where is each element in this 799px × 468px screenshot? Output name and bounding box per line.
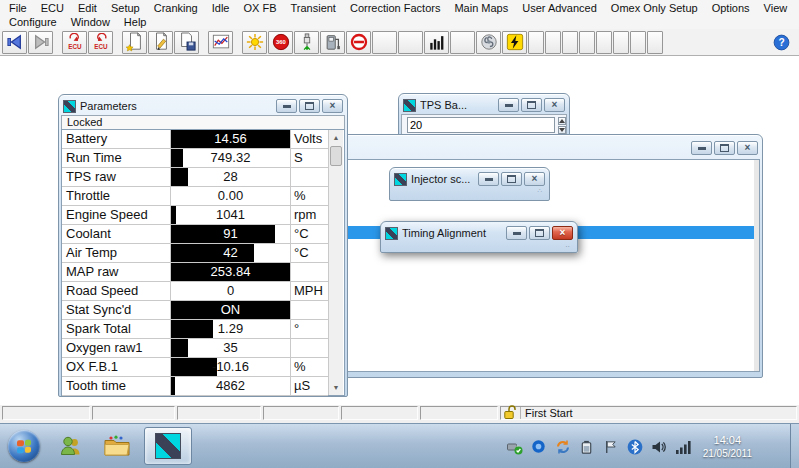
locked-menu[interactable]: Locked bbox=[61, 115, 345, 129]
close-button[interactable]: × bbox=[552, 226, 573, 240]
menu-item-ox-fb[interactable]: OX FB bbox=[236, 2, 283, 14]
menu-item-help[interactable]: Help bbox=[117, 16, 154, 28]
minimize-button[interactable] bbox=[478, 172, 499, 186]
rev-limit-button[interactable]: 360 bbox=[268, 31, 293, 54]
menu-item-view[interactable]: View bbox=[757, 2, 795, 14]
spark-plug-button[interactable] bbox=[294, 31, 319, 54]
stepper-up-button[interactable] bbox=[558, 117, 566, 125]
media-tray-icon[interactable] bbox=[531, 439, 547, 455]
show-desktop-button[interactable] bbox=[790, 424, 799, 468]
map-window-titlebar[interactable]: × bbox=[344, 137, 760, 159]
scroll-thumb[interactable] bbox=[330, 146, 342, 166]
fuel-pump-button[interactable] bbox=[320, 31, 345, 54]
menu-item-ecu[interactable]: ECU bbox=[34, 2, 71, 14]
menu-item-idle[interactable]: Idle bbox=[205, 2, 237, 14]
usb-eject-tray-icon[interactable] bbox=[507, 439, 523, 455]
minimize-button[interactable] bbox=[498, 98, 519, 112]
power-button[interactable] bbox=[502, 31, 527, 54]
parameter-row[interactable]: Engine Speed1041rpm bbox=[62, 206, 328, 225]
help-button[interactable]: ? bbox=[770, 33, 792, 53]
menu-item-templates[interactable]: Templates bbox=[794, 2, 799, 14]
menu-item-edit[interactable]: Edit bbox=[71, 2, 104, 14]
parameter-row[interactable]: OX F.B.1-10.16% bbox=[62, 358, 328, 377]
parameter-row[interactable]: Spark Total1.29° bbox=[62, 320, 328, 339]
back-button[interactable] bbox=[2, 31, 27, 54]
maximize-button[interactable] bbox=[529, 226, 550, 240]
parameter-row[interactable]: MAP raw253.84 bbox=[62, 263, 328, 282]
bluetooth-tray-icon[interactable] bbox=[627, 439, 643, 455]
network-tray-icon[interactable] bbox=[675, 439, 691, 455]
parameter-label: MAP raw bbox=[62, 263, 171, 281]
tps-min-input[interactable] bbox=[407, 117, 555, 133]
taskbar-clock[interactable]: 14:04 21/05/2011 bbox=[703, 434, 752, 460]
parameter-row[interactable]: Battery14.56Volts bbox=[62, 130, 328, 149]
status-cell bbox=[177, 406, 261, 420]
parameter-row[interactable]: Throttle0.00% bbox=[62, 187, 328, 206]
status-cell bbox=[263, 406, 339, 420]
scroll-up-button[interactable]: ▲ bbox=[329, 130, 343, 145]
menu-item-setup[interactable]: Setup bbox=[104, 2, 147, 14]
save-file-button[interactable] bbox=[174, 31, 199, 54]
maximize-button[interactable] bbox=[521, 98, 542, 112]
maximize-button[interactable] bbox=[299, 99, 320, 113]
minimize-button[interactable] bbox=[691, 141, 712, 155]
parameter-row[interactable]: Tooth time4862µS bbox=[62, 377, 328, 396]
sync-tray-icon[interactable] bbox=[555, 439, 571, 455]
send-to-ecu-button[interactable]: ECU bbox=[88, 31, 113, 54]
close-button[interactable]: × bbox=[544, 98, 565, 112]
timing-window-titlebar[interactable]: Timing Alignment × bbox=[383, 224, 575, 242]
parameter-row[interactable]: Stat Sync'dON bbox=[62, 301, 328, 320]
fan-button[interactable] bbox=[476, 31, 501, 54]
menu-item-options[interactable]: Options bbox=[705, 2, 757, 14]
maximize-button[interactable] bbox=[714, 141, 735, 155]
ignition-button[interactable] bbox=[242, 31, 267, 54]
minimize-button[interactable] bbox=[276, 99, 297, 113]
menu-item-file[interactable]: File bbox=[2, 2, 34, 14]
status-cell bbox=[341, 406, 418, 420]
parameter-value-cell: 91 bbox=[171, 225, 291, 243]
receive-from-ecu-button[interactable]: ECU bbox=[62, 31, 87, 54]
close-button[interactable]: × bbox=[322, 99, 343, 113]
close-button[interactable]: × bbox=[737, 141, 758, 155]
menu-item-user-advanced[interactable]: User Advanced bbox=[515, 2, 604, 14]
menu-item-cranking[interactable]: Cranking bbox=[147, 2, 205, 14]
tps-window-titlebar[interactable]: TPS Ba... × bbox=[401, 96, 567, 114]
omex-taskbar-button[interactable] bbox=[144, 427, 192, 465]
parameter-row[interactable]: Air Temp42°C bbox=[62, 244, 328, 263]
resize-grip[interactable]: ‥ bbox=[383, 242, 575, 248]
histogram-button[interactable] bbox=[424, 31, 449, 54]
svg-text:360: 360 bbox=[276, 39, 287, 45]
menu-item-main-maps[interactable]: Main Maps bbox=[447, 2, 515, 14]
menu-item-transient[interactable]: Transient bbox=[283, 2, 342, 14]
edit-file-button[interactable] bbox=[148, 31, 173, 54]
scrollbar[interactable] bbox=[754, 160, 759, 371]
injector-window-titlebar[interactable]: Injector sc... × bbox=[392, 170, 547, 188]
map-chart-button[interactable] bbox=[208, 31, 233, 54]
vertical-scrollbar[interactable]: ▲ ▼ bbox=[328, 130, 343, 395]
volume-tray-icon[interactable] bbox=[651, 439, 667, 455]
start-button[interactable] bbox=[8, 430, 40, 462]
resize-grip[interactable]: ∴ bbox=[392, 188, 547, 194]
parameter-row[interactable]: Coolant91°C bbox=[62, 225, 328, 244]
parameters-window-titlebar[interactable]: Parameters × bbox=[61, 97, 345, 115]
cut-off-button[interactable] bbox=[346, 31, 371, 54]
scroll-down-button[interactable]: ▼ bbox=[329, 380, 343, 395]
menu-item-window[interactable]: Window bbox=[64, 16, 117, 28]
minimize-button[interactable] bbox=[506, 226, 527, 240]
battery-tray-icon[interactable] bbox=[579, 439, 595, 455]
menu-item-omex-only-setup[interactable]: Omex Only Setup bbox=[604, 2, 705, 14]
parameter-row[interactable]: Run Time749.32S bbox=[62, 149, 328, 168]
parameter-row[interactable]: Road Speed0MPH bbox=[62, 282, 328, 301]
maximize-button[interactable] bbox=[501, 172, 522, 186]
parameter-label: Throttle bbox=[62, 187, 171, 205]
menu-item-configure[interactable]: Configure bbox=[2, 16, 64, 28]
action-flag-tray-icon[interactable] bbox=[603, 439, 619, 455]
menu-item-correction-factors[interactable]: Correction Factors bbox=[343, 2, 447, 14]
close-button[interactable]: × bbox=[524, 172, 545, 186]
explorer-taskbar-icon[interactable] bbox=[102, 430, 132, 462]
new-file-button[interactable] bbox=[122, 31, 147, 54]
stepper-down-button[interactable] bbox=[558, 126, 566, 134]
parameter-row[interactable]: Oxygen raw135 bbox=[62, 339, 328, 358]
messenger-taskbar-icon[interactable] bbox=[56, 430, 86, 462]
parameter-row[interactable]: TPS raw28 bbox=[62, 168, 328, 187]
